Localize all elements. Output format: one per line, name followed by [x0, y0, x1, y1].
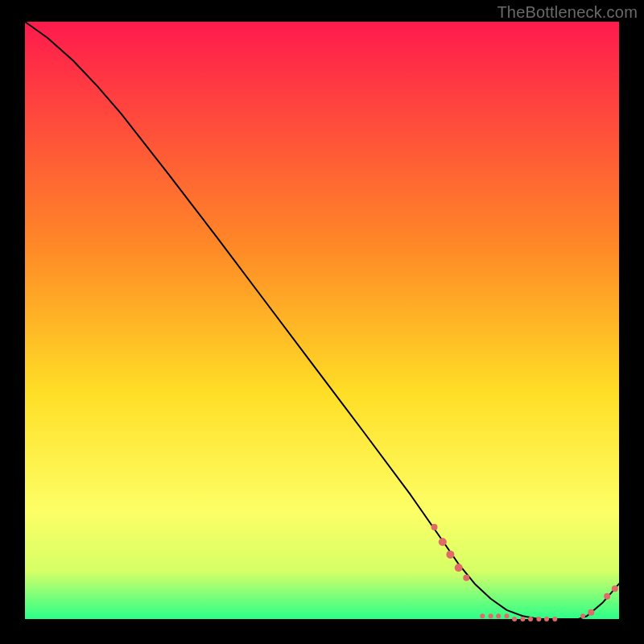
highlight-dot: [588, 609, 594, 616]
highlight-dot: [520, 617, 525, 621]
highlight-dot: [512, 617, 517, 621]
highlight-dot: [489, 613, 493, 618]
highlight-dot: [536, 617, 541, 621]
highlight-dot: [455, 564, 463, 572]
highlight-dot: [505, 613, 510, 618]
highlight-dot: [480, 613, 485, 618]
chart-stage: TheBottleneck.com: [0, 0, 644, 644]
highlight-dot: [528, 617, 533, 621]
chart-svg: [0, 0, 644, 644]
highlight-dot: [580, 613, 585, 618]
highlight-dot: [496, 613, 501, 618]
highlight-dot: [431, 524, 438, 530]
highlight-dot: [552, 617, 557, 621]
highlight-dot: [604, 593, 610, 600]
highlight-dot: [446, 551, 454, 559]
highlight-dot: [612, 585, 618, 592]
highlight-dot: [544, 617, 549, 621]
plot-background: [25, 22, 619, 619]
highlight-dot: [463, 575, 469, 581]
highlight-dot: [439, 538, 447, 546]
